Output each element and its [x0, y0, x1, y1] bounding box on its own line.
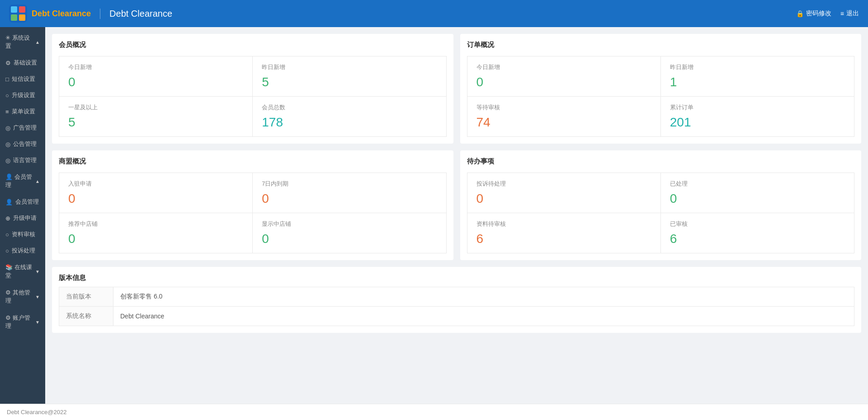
merchant-overview-card: 商盟概况 入驻申请 0 7日内到期 0 推荐中店铺 0 显示 — [52, 150, 453, 260]
complaint-icon: ○ — [5, 247, 9, 254]
version-value-system: Debt Clearance — [113, 307, 854, 326]
sidebar-item-upgrade-apply[interactable]: ⊕ 升级申请 — [0, 210, 45, 226]
pending-stat-grid: 投诉待处理 0 已处理 0 资料待审核 6 已审核 6 — [467, 173, 855, 253]
complaint-pending-value: 0 — [476, 191, 651, 206]
version-key-system: 系统名称 — [59, 307, 113, 326]
member-today-value: 0 — [68, 75, 243, 89]
merchant-stat-active: 显示中店铺 0 — [253, 213, 446, 253]
member-yesterday-value: 5 — [262, 75, 437, 89]
order-stat-yesterday-new: 昨日新增 1 — [661, 56, 854, 96]
complaint-done-value: 0 — [670, 191, 845, 206]
upgrade-apply-icon: ⊕ — [5, 215, 10, 222]
logo: Debt Clearance — [9, 5, 91, 23]
chevron-down-icon: ▼ — [35, 269, 40, 274]
sidebar-group-account-label: ⚙ 账户管理 — [5, 314, 35, 330]
merchant-stat-expire-7days: 7日内到期 0 — [253, 173, 446, 213]
version-table: 当前版本 创客新零售 6.0 系统名称 Debt Clearance — [59, 287, 854, 326]
change-password-button[interactable]: 🔒 密码修改 — [796, 9, 831, 18]
footer: Debt Clearance@2022 — [0, 404, 868, 420]
sidebar-item-member-management[interactable]: 👤 会员管理 — [0, 194, 45, 210]
svg-rect-4 — [19, 14, 25, 21]
order-today-value: 0 — [476, 75, 651, 89]
order-stat-pending-review: 等待审核 74 — [467, 97, 660, 136]
chevron-down-icon-2: ▼ — [35, 294, 40, 299]
header-actions: 🔒 密码修改 ≡ 退出 — [796, 9, 859, 18]
order-stat-today-new: 今日新增 0 — [467, 56, 660, 96]
member-yesterday-label: 昨日新增 — [262, 63, 437, 71]
chevron-up-icon: ▲ — [35, 40, 40, 45]
sidebar-item-data-review[interactable]: ○ 资料审核 — [0, 226, 45, 243]
logout-icon: ≡ — [840, 10, 844, 17]
sidebar-item-upgrade-settings[interactable]: ○ 升级设置 — [0, 87, 45, 103]
member-onestar-label: 一星及以上 — [68, 103, 243, 112]
merchant-expire-value: 0 — [262, 191, 437, 206]
sidebar-item-menu-settings[interactable]: ≡ 菜单设置 — [0, 103, 45, 120]
member-overview-title: 会员概况 — [59, 41, 447, 51]
sidebar-group-other-management[interactable]: ⚙ 其他管理 ▼ — [0, 284, 45, 309]
merchant-stat-recommended: 推荐中店铺 0 — [59, 213, 252, 253]
lock-icon: 🔒 — [796, 10, 804, 17]
version-value-current: 创客新零售 6.0 — [113, 287, 854, 307]
language-icon: ◎ — [5, 157, 10, 164]
pending-items-card: 待办事项 投诉待处理 0 已处理 0 资料待审核 6 已审核 — [460, 150, 862, 260]
svg-rect-3 — [11, 14, 17, 21]
pending-stat-complaint-pending: 投诉待处理 0 — [467, 173, 660, 213]
data-reviewed-value: 6 — [670, 232, 845, 246]
version-key-current: 当前版本 — [59, 287, 113, 307]
gear-icon: ⚙ — [5, 60, 11, 66]
order-stat-total: 累计订单 201 — [661, 97, 854, 136]
pending-stat-complaint-done: 已处理 0 — [661, 173, 854, 213]
member-stat-total: 会员总数 178 — [253, 97, 446, 136]
content-area: 会员概况 今日新增 0 昨日新增 5 一星及以上 5 会员总 — [45, 27, 868, 404]
sidebar-item-complaint[interactable]: ○ 投诉处理 — [0, 243, 45, 259]
member-total-value: 178 — [262, 115, 437, 130]
table-row: 系统名称 Debt Clearance — [59, 307, 854, 326]
member-overview-card: 会员概况 今日新增 0 昨日新增 5 一星及以上 5 会员总 — [52, 34, 453, 144]
merchant-recommended-label: 推荐中店铺 — [68, 220, 243, 228]
complaint-pending-label: 投诉待处理 — [476, 180, 651, 188]
order-stat-grid: 今日新增 0 昨日新增 1 等待审核 74 累计订单 201 — [467, 56, 855, 137]
order-total-label: 累计订单 — [670, 103, 845, 112]
member-stat-grid: 今日新增 0 昨日新增 5 一星及以上 5 会员总数 178 — [59, 56, 447, 137]
member-stat-today-new: 今日新增 0 — [59, 56, 252, 96]
sidebar-item-announcement[interactable]: ◎ 公告管理 — [0, 136, 45, 152]
header: Debt Clearance Debt Clearance 🔒 密码修改 ≡ 退… — [0, 0, 868, 27]
logo-icon — [9, 5, 27, 23]
merchant-overview-title: 商盟概况 — [59, 157, 447, 168]
member-onestar-value: 5 — [68, 115, 243, 130]
merchant-stat-grid: 入驻申请 0 7日内到期 0 推荐中店铺 0 显示中店铺 0 — [59, 173, 447, 253]
top-cards-row: 会员概况 今日新增 0 昨日新增 5 一星及以上 5 会员总 — [52, 34, 861, 144]
logout-button[interactable]: ≡ 退出 — [840, 9, 859, 18]
sidebar-group-online-label: 📚 在线课堂 — [5, 263, 35, 280]
version-info-section: 版本信息 当前版本 创客新零售 6.0 系统名称 Debt Clearance — [52, 267, 861, 333]
sidebar-item-ad-management[interactable]: ◎ 广告管理 — [0, 120, 45, 136]
sidebar: ✳ 系统设置 ▲ ⚙ 基础设置 □ 短信设置 ○ 升级设置 ≡ 菜单设置 ◎ 广… — [0, 27, 45, 404]
member-total-label: 会员总数 — [262, 103, 437, 112]
order-total-value: 201 — [670, 115, 845, 130]
main-layout: ✳ 系统设置 ▲ ⚙ 基础设置 □ 短信设置 ○ 升级设置 ≡ 菜单设置 ◎ 广… — [0, 27, 868, 404]
merchant-apply-label: 入驻申请 — [68, 180, 243, 188]
sidebar-group-account-management[interactable]: ⚙ 账户管理 ▼ — [0, 309, 45, 335]
sidebar-item-basic-settings[interactable]: ⚙ 基础设置 — [0, 55, 45, 71]
sidebar-group-system-settings[interactable]: ✳ 系统设置 ▲ — [0, 29, 45, 55]
data-review-value: 6 — [476, 232, 651, 246]
merchant-active-value: 0 — [262, 232, 437, 246]
pending-stat-data-review: 资料待审核 6 — [467, 213, 660, 253]
upgrade-icon: ○ — [5, 92, 9, 99]
member-stat-one-star-plus: 一星及以上 5 — [59, 97, 252, 136]
review-icon: ○ — [5, 231, 9, 238]
sidebar-item-sms-settings[interactable]: □ 短信设置 — [0, 71, 45, 87]
sidebar-item-language[interactable]: ◎ 语言管理 — [0, 152, 45, 168]
sidebar-group-online-class[interactable]: 📚 在线课堂 ▼ — [0, 259, 45, 284]
menu-icon: ≡ — [5, 108, 9, 115]
pending-stat-data-reviewed: 已审核 6 — [661, 213, 854, 253]
sidebar-group-member-management[interactable]: 👤 会员管理 ▲ — [0, 168, 45, 194]
announcement-icon: ◎ — [5, 141, 10, 148]
ad-icon: ◎ — [5, 125, 10, 131]
merchant-recommended-value: 0 — [68, 232, 243, 246]
pending-items-title: 待办事项 — [467, 157, 855, 168]
logo-text: Debt Clearance — [32, 9, 91, 19]
merchant-stat-apply: 入驻申请 0 — [59, 173, 252, 213]
order-pending-value: 74 — [476, 115, 651, 130]
table-row: 当前版本 创客新零售 6.0 — [59, 287, 854, 307]
